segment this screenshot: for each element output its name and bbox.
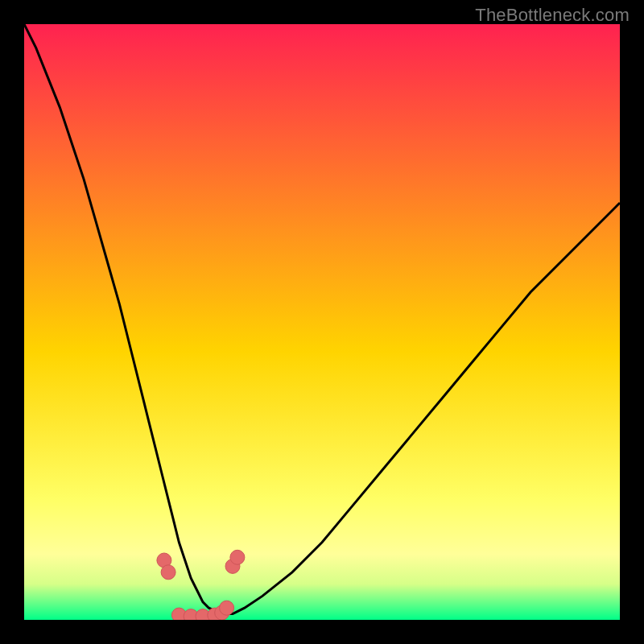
chart-frame: TheBottleneck.com <box>0 0 644 644</box>
data-marker <box>161 565 175 580</box>
watermark-text: TheBottleneck.com <box>475 5 630 26</box>
data-marker <box>220 601 234 615</box>
gradient-background <box>24 24 620 620</box>
plot-area <box>24 24 620 620</box>
chart-canvas <box>24 24 620 620</box>
data-marker <box>230 550 245 564</box>
